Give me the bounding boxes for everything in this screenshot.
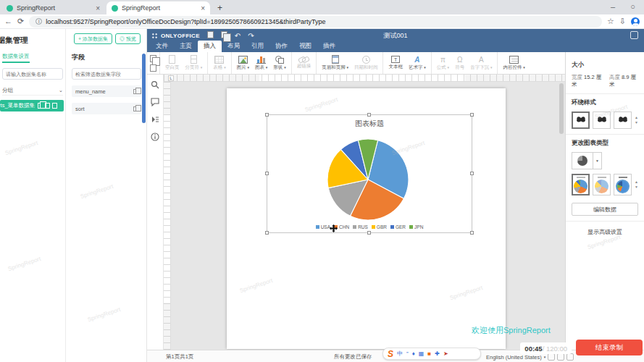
redo-icon[interactable]: ↷ <box>248 32 254 40</box>
ime-keyboard-icon[interactable]: ▦ <box>419 351 425 357</box>
tab-close-icon[interactable]: × <box>96 4 100 12</box>
resize-handle[interactable] <box>367 231 371 235</box>
window-maximize-button[interactable]: ○ <box>630 2 635 11</box>
active-dataset-item[interactable]: charts_菜单数据集 <box>0 100 64 111</box>
panel-scrollbar[interactable] <box>142 54 146 123</box>
tab-collaboration[interactable]: 协作 <box>269 41 293 52</box>
preview-button[interactable]: ◎ 预览 <box>115 33 141 44</box>
sogou-ime-toolbar[interactable]: S 中 ” ♦ ▦ ■ ✚ ➤ <box>382 348 481 360</box>
paste-icon[interactable] <box>150 64 156 72</box>
new-tab-button[interactable]: + <box>217 3 222 13</box>
resize-handle[interactable] <box>265 172 269 175</box>
copy-field-icon[interactable] <box>133 89 138 94</box>
copy-field-icon[interactable] <box>133 106 138 111</box>
header-footer-button[interactable]: 页眉和页脚 ▾ <box>319 52 351 74</box>
shape-button[interactable]: 形状 ▾ <box>270 52 288 74</box>
textbox-button[interactable]: T 文本框 <box>385 52 406 74</box>
wordart-button[interactable]: A 艺术字 ▾ <box>406 52 429 74</box>
reload-icon[interactable]: ⟳ <box>17 17 24 25</box>
tab-file[interactable]: 文件 <box>150 41 174 52</box>
copy-dataset-icon[interactable] <box>38 103 43 109</box>
dropcap-button[interactable]: A 首字下沉 ▾ <box>467 52 495 74</box>
advanced-settings-link[interactable]: 显示高级设置 <box>572 228 638 236</box>
chart-type-dropdown[interactable]: ▼ <box>572 152 602 169</box>
image-button[interactable]: 图片 ▾ <box>234 52 252 74</box>
selected-chart-object[interactable]: 图表标题 USA CHN RUS GBR GER JPN <box>267 114 472 233</box>
wrap-style-tight[interactable] <box>614 111 632 129</box>
document-scrollbar[interactable] <box>559 83 564 134</box>
bookmark-star-icon[interactable]: ☆ <box>607 17 614 25</box>
comments-icon[interactable] <box>151 98 159 106</box>
sogou-logo-icon[interactable]: S <box>388 349 393 359</box>
profile-avatar[interactable] <box>631 17 640 26</box>
undo-icon[interactable]: ↶ <box>235 32 241 40</box>
field-search-input[interactable] <box>72 68 141 80</box>
fit-page-icon[interactable] <box>566 353 574 361</box>
tab-view[interactable]: 视图 <box>293 41 317 52</box>
ime-toolbox-icon[interactable]: ✚ <box>435 351 440 357</box>
wrap-gallery-scroll[interactable]: ▲▼ <box>635 116 638 125</box>
tab-stop-selector[interactable]: L <box>168 75 174 81</box>
chart-style-3[interactable] <box>614 174 632 195</box>
resize-handle[interactable] <box>367 113 371 117</box>
add-dataset-button[interactable]: + 添加数据集 <box>74 33 112 44</box>
chart-style-1[interactable] <box>572 174 590 195</box>
delete-dataset-icon[interactable] <box>52 103 57 109</box>
chart-button[interactable]: 图表 ▾ <box>252 52 270 74</box>
chart-style-2[interactable] <box>593 174 611 195</box>
resize-handle[interactable] <box>265 231 269 235</box>
user-icon[interactable] <box>630 31 638 39</box>
dataset-settings-tab[interactable]: 数据集设置 <box>2 53 30 63</box>
hyperlink-button[interactable]: 超链接 <box>294 52 314 74</box>
ime-punctuation-icon[interactable]: ” <box>406 351 409 357</box>
document-page[interactable]: 图表标题 USA CHN RUS GBR GER JPN <box>227 88 506 349</box>
download-icon[interactable]: ⇩ <box>619 17 626 25</box>
tab-references[interactable]: 引用 <box>246 41 269 52</box>
ime-skin-icon[interactable]: ■ <box>427 351 431 357</box>
dataset-search-input[interactable] <box>2 68 63 80</box>
vertical-ruler[interactable] <box>164 82 171 350</box>
content-control-button[interactable]: 内容控件 ▾ <box>500 52 527 74</box>
window-minimize-button[interactable]: – <box>611 2 615 11</box>
about-icon[interactable] <box>151 132 159 141</box>
wrap-style-square[interactable] <box>593 111 611 129</box>
search-icon[interactable] <box>151 80 159 89</box>
end-recording-button[interactable]: 结束录制 <box>576 340 643 355</box>
tab-layout[interactable]: 布局 <box>222 41 246 52</box>
language-selector[interactable]: English (United States) <box>486 354 542 361</box>
symbol-button[interactable]: Ω 符号 <box>452 52 467 74</box>
back-icon[interactable]: ← <box>4 17 12 25</box>
browser-tab-2[interactable]: SpringReport × <box>106 1 210 14</box>
resize-handle[interactable] <box>265 113 269 117</box>
tab-home[interactable]: 主页 <box>174 41 198 52</box>
spellcheck-icon[interactable] <box>548 353 555 361</box>
tab-close-icon[interactable]: × <box>201 4 205 12</box>
url-input[interactable]: i localhost:9527/SpringReport/onlyOffice… <box>29 16 602 28</box>
edit-data-button[interactable]: 编辑数据 <box>572 203 638 216</box>
edit-dataset-icon[interactable] <box>45 103 50 109</box>
ime-cursor-icon[interactable]: ➤ <box>443 351 448 357</box>
wrap-style-inline[interactable] <box>572 111 590 129</box>
dataset-group-header[interactable]: 分组 ⌄ <box>2 85 63 96</box>
ime-language-icon[interactable]: 中 <box>397 351 403 357</box>
quick-access-icon[interactable] <box>221 31 227 40</box>
table-button[interactable]: 表格 ▾ <box>210 52 228 74</box>
document-canvas[interactable]: 图表标题 USA CHN RUS GBR GER JPN <box>171 82 565 350</box>
field-item-menu-name[interactable]: menu_name <box>72 85 141 97</box>
print-icon[interactable] <box>207 31 214 40</box>
breaks-button[interactable]: 分页符 ▾ <box>183 52 206 74</box>
copy-icon[interactable] <box>150 55 156 62</box>
ime-voice-icon[interactable]: ♦ <box>412 351 415 357</box>
navigation-icon[interactable] <box>151 115 159 124</box>
browser-tab-1[interactable]: SpringReport × <box>1 1 105 14</box>
date-time-button[interactable]: 日期和时间 <box>351 52 381 74</box>
resize-handle[interactable] <box>470 231 474 235</box>
resize-handle[interactable] <box>470 172 474 175</box>
equation-button[interactable]: π 公式 ▾ <box>434 52 452 74</box>
resize-handle[interactable] <box>470 113 474 117</box>
tab-plugins[interactable]: 插件 <box>317 41 341 52</box>
horizontal-ruler[interactable]: L <box>164 75 565 82</box>
style-gallery-scroll[interactable]: ▲▼ <box>635 180 638 189</box>
site-info-icon[interactable]: i <box>35 18 42 25</box>
blank-page-button[interactable]: 空白页 <box>162 52 183 74</box>
